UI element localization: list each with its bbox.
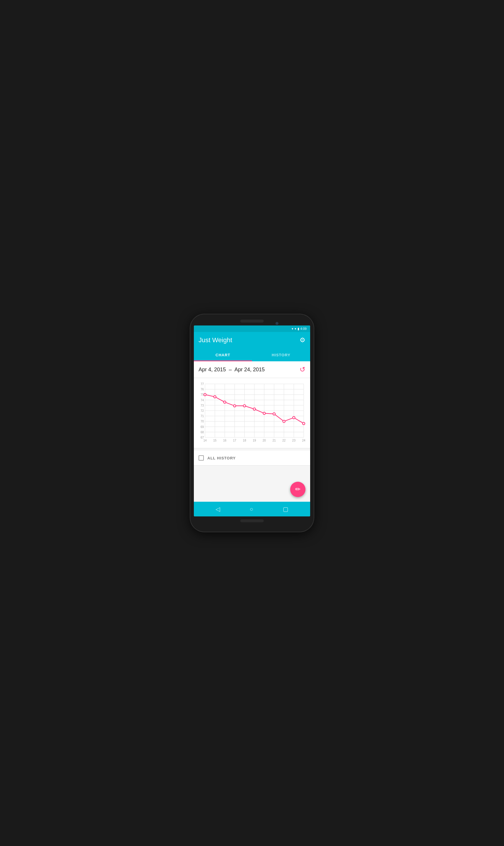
tab-bar: CHART HISTORY xyxy=(194,348,310,361)
speaker-bottom xyxy=(240,519,264,522)
all-history-label: ALL HISTORY xyxy=(208,456,236,460)
tab-chart[interactable]: CHART xyxy=(194,348,252,361)
status-icons: ▾ ▾ ▮ 4:09 xyxy=(292,327,307,331)
svg-text:22: 22 xyxy=(282,439,286,442)
svg-point-46 xyxy=(223,401,226,403)
svg-point-47 xyxy=(234,405,236,407)
app-title: Just Weight xyxy=(199,336,232,344)
svg-point-44 xyxy=(204,393,206,396)
home-button[interactable]: ○ xyxy=(250,506,253,512)
settings-button[interactable]: ⚙ xyxy=(300,336,305,344)
wifi-icon: ▾ xyxy=(292,327,293,331)
fab-area: ✏ xyxy=(194,466,310,502)
svg-text:70: 70 xyxy=(201,420,204,423)
status-bar: ▾ ▾ ▮ 4:09 xyxy=(194,325,310,332)
svg-text:74: 74 xyxy=(201,399,204,402)
add-entry-fab[interactable]: ✏ xyxy=(290,482,305,497)
svg-point-50 xyxy=(263,412,266,414)
svg-text:73: 73 xyxy=(201,404,204,407)
svg-text:18: 18 xyxy=(243,439,247,442)
svg-text:71: 71 xyxy=(201,414,204,418)
speaker-top xyxy=(240,320,264,323)
svg-text:69: 69 xyxy=(201,425,204,429)
all-history-checkbox[interactable] xyxy=(199,455,204,461)
svg-point-54 xyxy=(303,422,305,425)
svg-text:72: 72 xyxy=(201,409,204,412)
chart-container: 7776757473727170696867141516171819202122… xyxy=(194,378,310,448)
svg-text:24: 24 xyxy=(302,439,305,442)
phone-screen: ▾ ▾ ▮ 4:09 Just Weight ⚙ CHART HISTORY xyxy=(194,325,310,517)
recent-button[interactable]: ▢ xyxy=(283,506,288,512)
svg-text:76: 76 xyxy=(201,388,204,391)
signal-icon: ▾ xyxy=(294,327,296,331)
front-camera xyxy=(275,322,278,325)
svg-text:16: 16 xyxy=(223,439,227,442)
svg-text:17: 17 xyxy=(233,439,236,442)
svg-point-52 xyxy=(283,420,285,422)
battery-icon: ▮ xyxy=(298,327,299,331)
svg-text:23: 23 xyxy=(292,439,296,442)
all-history-row[interactable]: ALL HISTORY xyxy=(194,451,310,466)
date-range-row: Apr 4, 2015 – Apr 24, 2015 ↻ xyxy=(194,361,310,378)
svg-text:20: 20 xyxy=(263,439,266,442)
main-content: Apr 4, 2015 – Apr 24, 2015 ↻ 77767574737… xyxy=(194,361,310,502)
svg-text:77: 77 xyxy=(201,382,204,386)
svg-text:19: 19 xyxy=(253,439,256,442)
bottom-nav: ◁ ○ ▢ xyxy=(194,502,310,517)
svg-text:15: 15 xyxy=(213,439,217,442)
svg-text:68: 68 xyxy=(201,431,204,434)
back-button[interactable]: ◁ xyxy=(216,506,220,512)
svg-point-51 xyxy=(273,413,275,415)
svg-point-49 xyxy=(253,408,255,410)
svg-point-53 xyxy=(292,416,295,419)
refresh-button[interactable]: ↻ xyxy=(300,365,305,374)
weight-chart: 7776757473727170696867141516171819202122… xyxy=(195,381,308,446)
svg-point-48 xyxy=(243,405,246,407)
svg-point-45 xyxy=(214,396,216,398)
svg-text:21: 21 xyxy=(273,439,276,442)
svg-text:75: 75 xyxy=(201,393,204,396)
svg-text:14: 14 xyxy=(203,439,207,442)
phone-device: ▾ ▾ ▮ 4:09 Just Weight ⚙ CHART HISTORY xyxy=(190,314,314,532)
time-display: 4:09 xyxy=(301,327,307,330)
date-range-text: Apr 4, 2015 – Apr 24, 2015 xyxy=(199,366,265,373)
app-bar: Just Weight ⚙ xyxy=(194,332,310,348)
tab-history[interactable]: HISTORY xyxy=(252,348,310,361)
